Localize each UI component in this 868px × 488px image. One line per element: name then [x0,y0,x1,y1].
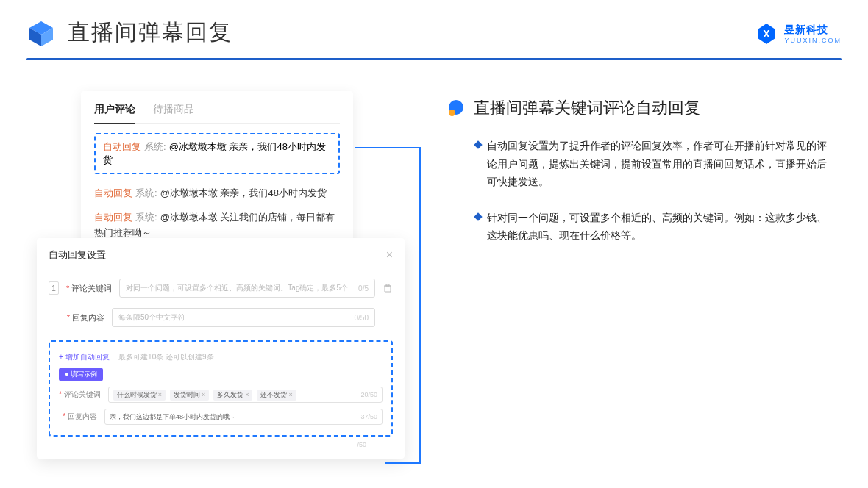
section-title: 直播间弹幕关键词评论自动回复 [474,97,700,119]
bullet-point: 自动回复设置为了提升作者的评论回复效率，作者可在开播前针对常见的评论用户问题，提… [449,137,831,191]
tab-user-comments[interactable]: 用户评论 [94,103,135,116]
example-tag: ● 填写示例 [59,368,103,381]
example-keyword-input[interactable]: 什么时候发货× 发货时间× 多久发货× 还不发货× 20/50 [108,387,383,403]
brand-url: YUUXIN.COM [784,37,842,44]
add-auto-reply-link[interactable]: + 增加自动回复 [59,353,110,361]
page-title: 直播间弹幕回复 [68,18,232,48]
brand-name: 昱新科技 [784,24,828,37]
comments-card: 用户评论 待播商品 自动回复系统:@冰墩墩本墩 亲亲，我们48小时内发货 自动回… [81,91,353,262]
auto-reply-tag: 自动回复 [103,141,141,152]
content-label: * 回复内容 [66,312,104,323]
screenshot-column: 用户评论 待播商品 自动回复系统:@冰墩墩本墩 亲亲，我们48小时内发货 自动回… [37,91,405,262]
connector-line [385,462,421,464]
comment-item: 自动回复系统:@冰墩墩本墩 亲亲，我们48小时内发货 [94,182,340,206]
keyword-chip: 多久发货× [213,390,252,401]
close-icon[interactable]: × [386,248,393,262]
dialog-title: 自动回复设置 [49,248,106,262]
svg-text:X: X [764,28,771,40]
brand-logo: X 昱新科技 YUUXIN.COM [755,22,842,46]
bullet-point: 针对同一个问题，可设置多个相近的、高频的关键词。例如：这款多少钱、这块能优惠吗、… [449,209,831,245]
keyword-label: * 评论关键词 [66,283,112,294]
content-input[interactable]: 每条限50个中文字符0/50 [112,308,375,327]
diamond-icon [474,140,482,148]
partial-counter: /50 [357,441,366,448]
keyword-chip: 还不发货× [257,390,296,401]
tab-pending-products[interactable]: 待播商品 [153,103,194,116]
cube-icon [26,18,56,48]
bullet-icon [449,100,465,116]
trash-icon[interactable] [383,283,393,293]
keyword-input[interactable]: 对同一个问题，可设置多个相近、高频的关键词。Tag确定，最多5个0/5 [119,279,375,298]
add-hint: 最多可建10条 还可以创建9条 [118,353,213,361]
settings-dialog: 自动回复设置 × 1 * 评论关键词 对同一个问题，可设置多个相近、高频的关键词… [37,238,405,459]
example-box: + 增加自动回复 最多可建10条 还可以创建9条 ● 填写示例 * 评论关键词 … [49,340,393,437]
description-column: 直播间弹幕关键词评论自动回复 自动回复设置为了提升作者的评论回复效率，作者可在开… [449,91,831,262]
example-content-input[interactable]: 亲，我们这边都是下单48小时内发货的哦～37/50 [104,409,383,425]
row-number: 1 [49,281,59,295]
diamond-icon [474,212,482,220]
highlighted-comment: 自动回复系统:@冰墩墩本墩 亲亲，我们48小时内发货 [94,133,340,174]
keyword-chip: 发货时间× [170,390,209,401]
keyword-chip: 什么时候发货× [113,390,166,401]
